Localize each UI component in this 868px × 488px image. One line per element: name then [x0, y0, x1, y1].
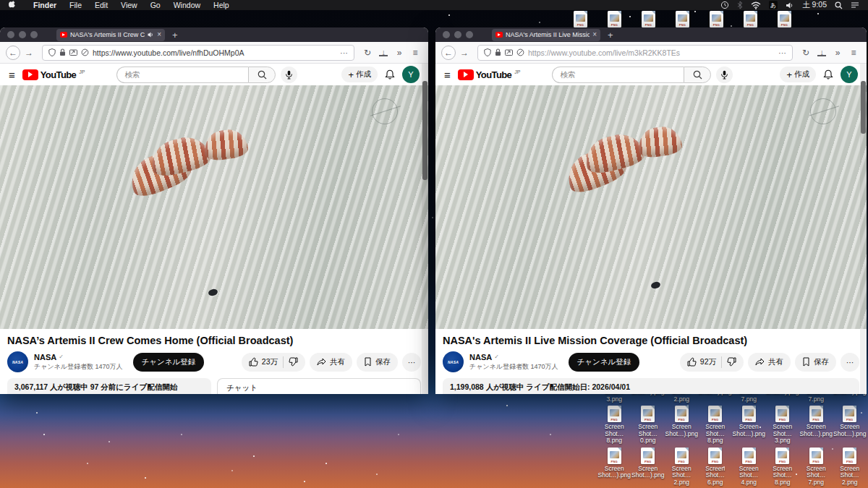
forward-button[interactable]: → [22, 48, 36, 58]
lock-icon[interactable] [495, 48, 501, 56]
desktop-icon[interactable]: PNGScreen Shot…6.png [699, 448, 733, 487]
chat-panel[interactable]: チャット [217, 378, 421, 394]
png-file-icon[interactable]: PNG [708, 406, 722, 422]
window-titlebar[interactable]: NASA's Artemis II Crew Con × + [0, 27, 428, 42]
autoplay-blocked-icon[interactable] [516, 48, 524, 56]
desktop-icon[interactable]: PNGScreen Shot…3.png [766, 406, 800, 445]
png-file-icon[interactable]: PNG [710, 11, 723, 27]
close-window-button[interactable] [443, 31, 450, 38]
downloads-button[interactable]: ↓ [376, 48, 391, 58]
guide-menu-icon[interactable]: ≡ [444, 69, 451, 81]
desktop-icon[interactable]: PNGScreen Shot…4.png [732, 448, 766, 487]
desktop-icon[interactable]: PNG [733, 11, 767, 27]
desktop-icon[interactable]: PNGScreen Shot…0.png [631, 406, 665, 445]
minimize-window-button[interactable] [19, 31, 26, 38]
app-menu-button[interactable]: ≡ [846, 48, 861, 58]
png-file-icon[interactable]: PNG [809, 448, 823, 464]
desktop-icon[interactable]: PNG [699, 11, 733, 27]
new-tab-button[interactable]: + [172, 30, 178, 40]
like-icon[interactable] [687, 357, 697, 367]
desktop-icon[interactable]: PNGScreen Shot…).png [665, 406, 699, 445]
live-status[interactable]: 3,067,117 人が視聴中 97 分前にライブ配信開始 [7, 378, 211, 394]
save-button[interactable]: 保存 [795, 353, 836, 372]
png-file-icon[interactable]: PNG [809, 406, 823, 422]
menu-go[interactable]: Go [144, 1, 167, 9]
page-actions-icon[interactable]: ··· [778, 48, 786, 57]
png-file-icon[interactable]: PNG [608, 448, 621, 464]
account-avatar[interactable]: Y [841, 66, 858, 83]
browser-tab[interactable]: NASA's Artemis II Live Mission × [492, 29, 600, 41]
bluetooth-icon[interactable] [737, 1, 743, 9]
notifications-bell-icon[interactable] [385, 69, 395, 80]
guide-menu-icon[interactable]: ≡ [9, 69, 15, 81]
menu-edit[interactable]: Edit [88, 1, 114, 9]
desktop-icon[interactable]: PNG [767, 11, 801, 27]
desktop-icon[interactable]: PNGScreen Shot…2.png [665, 448, 699, 487]
close-window-button[interactable] [7, 31, 14, 38]
app-menu-button[interactable]: ≡ [408, 48, 422, 58]
png-file-icon[interactable]: PNG [642, 11, 655, 27]
png-file-icon[interactable]: PNG [778, 11, 791, 27]
more-actions-button[interactable]: ··· [402, 353, 421, 372]
live-status[interactable]: 1,199,088 人が視聴中 ライブ配信開始日: 2026/04/01 [443, 378, 859, 394]
zoom-window-button[interactable] [466, 31, 473, 38]
spotlight-search-icon[interactable] [835, 1, 843, 9]
scrollbar-thumb[interactable] [861, 81, 866, 134]
back-button[interactable]: ← [6, 46, 20, 60]
desktop-icon[interactable]: PNGScreen Shot…8.png [766, 448, 800, 487]
desktop-icon[interactable]: PNG [631, 11, 665, 27]
desktop-icon[interactable]: PNGScreen Shot…8.png [699, 406, 733, 445]
png-file-icon[interactable]: PNG [675, 448, 689, 464]
create-button[interactable]: + 作成 [780, 67, 816, 82]
autoplay-blocked-icon[interactable] [81, 48, 89, 56]
channel-name[interactable]: NASA [469, 353, 492, 361]
notification-center-icon[interactable] [851, 1, 859, 9]
share-button[interactable]: 共有 [310, 353, 352, 372]
png-file-icon[interactable]: PNG [708, 448, 722, 464]
apple-menu-icon[interactable] [9, 1, 17, 9]
toolbar-overflow-button[interactable]: » [392, 48, 407, 58]
search-input[interactable] [116, 67, 248, 83]
url-bar[interactable]: https://www.youtube.com/live/m3kR2KK8TEs… [477, 45, 793, 61]
desktop-icon[interactable]: PNGScreen Shot…).png [597, 448, 631, 487]
tracking-shield-icon[interactable] [484, 48, 491, 56]
png-file-icon[interactable]: PNG [742, 448, 756, 464]
browser-tab[interactable]: NASA's Artemis II Crew Con × [56, 29, 165, 41]
png-file-icon[interactable]: PNG [742, 406, 756, 422]
subscribe-button[interactable]: チャンネル登録 [569, 353, 640, 372]
dislike-icon[interactable] [727, 357, 736, 367]
menu-view[interactable]: View [114, 1, 144, 9]
png-file-icon[interactable]: PNG [608, 11, 621, 27]
desktop-icon[interactable]: PNGScreen Shot…).png [732, 406, 766, 445]
png-file-icon[interactable]: PNG [843, 448, 856, 464]
png-file-icon[interactable]: PNG [574, 11, 587, 27]
input-source-icon[interactable]: あ [769, 1, 778, 9]
account-avatar[interactable]: Y [402, 66, 420, 83]
tab-close-icon[interactable]: × [592, 31, 597, 38]
tab-close-icon[interactable]: × [157, 31, 161, 38]
menu-file[interactable]: File [63, 1, 88, 9]
subscribe-button[interactable]: チャンネル登録 [133, 353, 205, 372]
share-button[interactable]: 共有 [748, 353, 791, 372]
youtube-logo[interactable]: YouTube JP [22, 69, 85, 80]
url-bar[interactable]: https://www.youtube.com/live/nfhDuOHMp0A… [42, 45, 354, 61]
png-file-icon[interactable]: PNG [744, 11, 757, 27]
time-machine-icon[interactable] [720, 1, 729, 9]
desktop-icon[interactable]: PNG [563, 11, 597, 27]
tab-audio-playing-icon[interactable] [148, 32, 154, 38]
menu-help[interactable]: Help [207, 1, 236, 9]
toolbar-overflow-button[interactable]: » [830, 48, 845, 58]
wifi-icon[interactable] [751, 1, 761, 9]
png-file-icon[interactable]: PNG [641, 448, 655, 464]
minimize-window-button[interactable] [454, 31, 461, 38]
search-input[interactable] [552, 67, 684, 83]
search-button[interactable] [684, 67, 711, 83]
desktop-icon[interactable]: PNGScreen Shot…).png [631, 448, 665, 487]
back-button[interactable]: ← [441, 46, 456, 60]
lock-icon[interactable] [59, 48, 66, 56]
desktop-icon[interactable]: PNGScreen Shot…8.png [597, 406, 631, 445]
channel-avatar[interactable]: NASA [443, 351, 464, 372]
png-file-icon[interactable]: PNG [775, 448, 789, 464]
desktop-icon[interactable]: PNGScreen Shot…7.png [799, 448, 833, 487]
page-actions-icon[interactable]: ··· [340, 48, 348, 57]
